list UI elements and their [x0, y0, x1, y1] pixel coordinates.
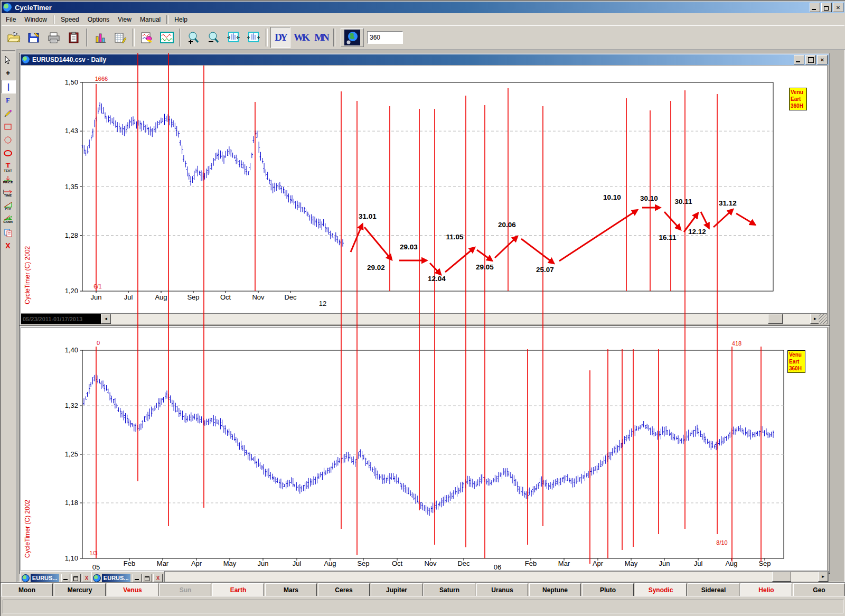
menu-item-file[interactable]: File [2, 15, 20, 24]
ephemeris-button[interactable] [341, 28, 364, 47]
ptv-tool[interactable]: PTV [1, 200, 15, 212]
vline-tool[interactable]: | [1, 80, 16, 94]
toolbar-separator [133, 29, 135, 46]
size-grip[interactable] [819, 314, 827, 324]
minimized-window-title: EURUS... [102, 574, 130, 582]
chart-window-title: EURUSD1440.csv - Daily [32, 56, 793, 63]
spreadsheet-button[interactable] [111, 27, 130, 48]
delete-tool[interactable]: X [1, 239, 15, 252]
degrees-input[interactable] [367, 31, 403, 44]
zoom-out-button[interactable] [204, 27, 223, 48]
drawing-toolbar: +|FTTEXTPRICETIMEPTVGANNX [1, 49, 17, 616]
tab-saturn[interactable]: Saturn [424, 583, 475, 596]
chart-maximize-button[interactable] [805, 55, 816, 64]
menu-separator [53, 15, 55, 24]
vline-tool-glyph: | [7, 82, 10, 91]
crosshair-tool[interactable]: + [1, 67, 15, 79]
weekly-button[interactable]: WK [292, 27, 311, 48]
menu-item-options[interactable]: Options [83, 15, 114, 24]
min-minimize-button[interactable] [133, 574, 142, 582]
min-restore-button[interactable] [143, 574, 152, 582]
menu-item-view[interactable]: View [114, 15, 136, 24]
save-button[interactable] [24, 27, 43, 48]
chart-waves-button[interactable] [157, 27, 176, 48]
circle-tool[interactable] [1, 134, 15, 146]
daily-button-label: DY [275, 32, 286, 43]
badge-line: Venu [791, 89, 805, 96]
top-chart-scrollbar[interactable]: 05/23/2011-01/17/2013 ◄ ► [21, 313, 828, 324]
tab-jupiter[interactable]: Jupiter [371, 583, 422, 596]
chart-minimize-button[interactable] [794, 55, 804, 64]
tab-geo[interactable]: Geo [793, 583, 845, 596]
toolbar-separator [179, 29, 181, 46]
tab-synodic[interactable]: Synodic [635, 583, 687, 596]
bar-chart-button[interactable] [91, 27, 110, 48]
app-title: CycleTimer [15, 4, 809, 12]
date-range-display: 05/23/2011-01/17/2013 [21, 314, 104, 324]
min-restore-button[interactable] [71, 574, 81, 582]
expand-scale-button[interactable] [224, 27, 243, 48]
min-close-button[interactable]: X [82, 574, 91, 582]
tab-venus[interactable]: Venus [107, 583, 158, 596]
zoom-in-button[interactable] [184, 27, 203, 48]
time-tool[interactable]: TIME [1, 186, 15, 199]
menu-item-manual[interactable]: Manual [136, 15, 165, 24]
gann-tool[interactable]: GANN [1, 213, 15, 226]
top-chart-cycle-badge: Venu Eart 360H [789, 88, 807, 110]
text-tool-caption: TEXT [4, 170, 12, 172]
chart-window-titlebar[interactable]: EURUSD1440.csv - Daily ✕ [21, 54, 829, 65]
tab-sun[interactable]: Sun [159, 583, 211, 596]
fibonacci-tool[interactable]: F [1, 94, 15, 107]
minimized-globe-icon [22, 574, 30, 582]
ellipse-tool[interactable] [1, 147, 15, 160]
clipboard-button[interactable] [64, 27, 83, 48]
pointer-tool[interactable] [1, 53, 15, 66]
close-button[interactable]: ✕ [833, 3, 843, 12]
restore-button[interactable] [821, 3, 832, 12]
min-minimize-button[interactable] [61, 574, 71, 582]
chart-close-button[interactable]: ✕ [817, 55, 828, 64]
price-tool[interactable]: PRICE [1, 173, 15, 186]
tab-pluto[interactable]: Pluto [582, 583, 634, 596]
rectangle-tool[interactable] [1, 120, 15, 133]
print-button[interactable] [44, 27, 63, 48]
tool-separator [2, 50, 15, 52]
tab-mercury[interactable]: Mercury [54, 583, 106, 596]
open-button[interactable] [4, 27, 23, 48]
badge-line: Venu [789, 351, 804, 358]
menu-item-window[interactable]: Window [20, 15, 51, 24]
compress-scale-button[interactable] [244, 27, 263, 48]
toolbar-separator [266, 29, 268, 46]
chart-edit-button[interactable] [137, 27, 156, 48]
tab-helio[interactable]: Helio [740, 583, 792, 596]
tab-uranus[interactable]: Uranus [476, 583, 528, 596]
minimize-button[interactable] [810, 3, 820, 12]
scroll-left-button[interactable]: ◄ [101, 314, 111, 324]
minimized-window-title: EURUS... [31, 574, 59, 582]
delete-tool-glyph: X [5, 241, 10, 250]
monthly-button[interactable]: MN [312, 27, 331, 48]
top-chart-canvas[interactable] [21, 65, 828, 313]
tab-mars[interactable]: Mars [265, 583, 317, 596]
tab-earth[interactable]: Earth [212, 583, 264, 596]
scroll-thumb[interactable] [772, 572, 791, 582]
tab-sidereal[interactable]: Sidereal [688, 583, 739, 596]
text-tool[interactable]: TTEXT [1, 160, 15, 173]
bottom-chart-scr ollbar[interactable]: ► [164, 571, 829, 582]
menu-item-speed[interactable]: Speed [57, 15, 83, 24]
tab-ceres[interactable]: Ceres [318, 583, 370, 596]
scroll-right-button[interactable]: ► [818, 572, 828, 582]
menu-item-help[interactable]: Help [170, 15, 192, 24]
pencil-tool[interactable] [1, 107, 15, 120]
scroll-thumb[interactable] [768, 314, 783, 324]
toolbar-separator [333, 29, 335, 46]
tab-neptune[interactable]: Neptune [529, 583, 581, 596]
copy-tool[interactable] [1, 226, 15, 239]
tab-moon[interactable]: Moon [1, 583, 53, 596]
daily-button[interactable]: DY [270, 27, 290, 48]
min-close-button[interactable]: X [153, 574, 163, 582]
bottom-chart-canvas[interactable] [21, 327, 828, 571]
fibonacci-tool-label: F [6, 96, 10, 105]
bottom-chart-copyright: CycleTimer (C) 2002 [24, 500, 31, 558]
app-titlebar: CycleTimer ✕ [2, 2, 844, 13]
